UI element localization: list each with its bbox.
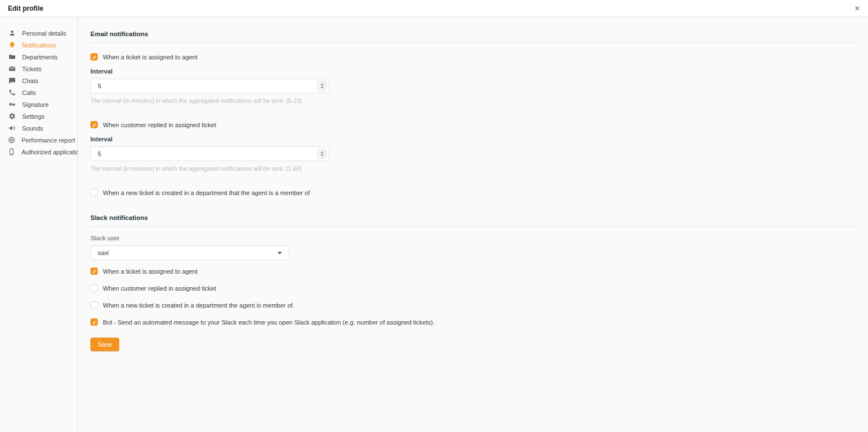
checkbox-row-slack-bot[interactable]: Bot - Send an automated message to your … xyxy=(90,316,859,328)
checkbox-row-slack-ticket-assigned[interactable]: When a ticket is assigned to agent xyxy=(90,265,859,277)
interval-label: Interval xyxy=(90,136,859,142)
checkbox-label: When customer replied in assigned ticket xyxy=(103,122,216,128)
interval-input[interactable] xyxy=(90,146,329,161)
sidebar-item-label: Notifications xyxy=(22,42,56,49)
sidebar-item-personal-details[interactable]: Personal details xyxy=(0,27,77,39)
checkbox-label: Bot - Send an automated message to your … xyxy=(103,319,435,326)
checkbox[interactable] xyxy=(90,121,98,128)
folder-icon xyxy=(8,53,16,61)
checkbox-row-new-ticket-department[interactable]: When a new ticket is created in a depart… xyxy=(90,189,859,196)
sidebar-item-tickets[interactable]: Tickets xyxy=(0,63,77,75)
slack-user-select[interactable]: saxi xyxy=(90,245,289,260)
sidebar-item-departments[interactable]: Departments xyxy=(0,51,77,63)
sidebar-item-label: Personal details xyxy=(22,30,66,37)
interval-input[interactable] xyxy=(90,79,329,93)
number-stepper[interactable] xyxy=(317,149,327,159)
interval-input-wrap xyxy=(90,146,329,161)
email-notifications-heading: Email notifications xyxy=(90,31,859,37)
sidebar-item-label: Sounds xyxy=(22,125,43,132)
checkbox-row-slack-new-ticket[interactable]: When a new ticket is created in a depart… xyxy=(90,299,859,311)
checkbox[interactable] xyxy=(90,189,98,196)
close-icon[interactable]: ✕ xyxy=(854,5,860,12)
interval-help-text: The interval (in minutes) in which the a… xyxy=(90,165,859,172)
stepper-up-icon[interactable] xyxy=(320,83,324,85)
checkbox-row-slack-customer-replied[interactable]: When customer replied in assigned ticket xyxy=(90,282,859,294)
section-divider xyxy=(90,42,859,43)
sidebar-item-performance-report[interactable]: Performance report xyxy=(0,134,77,146)
checkbox[interactable] xyxy=(90,53,98,61)
checkbox[interactable] xyxy=(90,284,98,292)
checkbox-label: When customer replied in assigned ticket xyxy=(103,285,216,292)
window-header: Edit profile ✕ xyxy=(0,0,868,17)
interval-label: Interval xyxy=(90,68,859,75)
chat-icon xyxy=(8,77,16,85)
sidebar-item-label: Calls xyxy=(22,89,36,96)
sidebar-item-settings[interactable]: Settings xyxy=(0,110,77,122)
interval-input-wrap xyxy=(90,79,329,93)
settings-panel: Email notifications When a ticket is ass… xyxy=(78,17,868,431)
interval-field-replied: Interval The interval (in minutes) in wh… xyxy=(90,136,859,172)
sidebar-item-notifications[interactable]: Notifications xyxy=(0,39,77,51)
checkbox-row-customer-replied[interactable]: When customer replied in assigned ticket xyxy=(90,121,859,128)
sidebar-item-label: Settings xyxy=(22,113,45,120)
number-stepper[interactable] xyxy=(317,81,327,91)
envelope-icon xyxy=(8,65,16,73)
checkbox[interactable] xyxy=(90,301,98,309)
page-title: Edit profile xyxy=(8,5,44,12)
sidebar-item-calls[interactable]: Calls xyxy=(0,87,77,98)
device-icon xyxy=(8,148,15,156)
stepper-up-icon[interactable] xyxy=(320,151,324,153)
checkbox[interactable] xyxy=(90,318,98,326)
sidebar-item-label: Departments xyxy=(22,54,58,61)
person-icon xyxy=(8,29,16,37)
section-divider xyxy=(90,226,859,227)
sidebar-item-label: Authorized applications xyxy=(21,149,86,155)
checkbox[interactable] xyxy=(90,267,98,275)
stepper-down-icon[interactable] xyxy=(320,87,324,89)
sidebar-item-label: Signature xyxy=(22,101,49,108)
signature-icon xyxy=(8,101,16,109)
save-button[interactable]: Save xyxy=(90,338,119,351)
sidebar: Personal details Notifications Departmen… xyxy=(0,17,78,431)
main-layout: Personal details Notifications Departmen… xyxy=(0,17,868,431)
sidebar-item-label: Performance report xyxy=(21,137,75,144)
stepper-down-icon[interactable] xyxy=(320,154,324,157)
interval-help-text: The interval (in minutes) in which the a… xyxy=(90,97,859,104)
checkbox-label: When a new ticket is created in a depart… xyxy=(103,189,310,196)
chevron-down-icon xyxy=(277,252,282,254)
sidebar-item-sounds[interactable]: Sounds xyxy=(0,122,77,134)
sidebar-item-authorized-applications[interactable]: Authorized applications xyxy=(0,146,77,158)
bell-icon xyxy=(8,41,16,49)
sidebar-item-label: Chats xyxy=(22,77,38,84)
phone-icon xyxy=(8,89,16,97)
interval-field-assigned: Interval The interval (in minutes) in wh… xyxy=(90,68,859,104)
checkbox-label: When a ticket is assigned to agent xyxy=(103,268,198,275)
checkbox-label: When a ticket is assigned to agent xyxy=(103,54,198,61)
checkbox-row-ticket-assigned[interactable]: When a ticket is assigned to agent xyxy=(90,53,859,61)
speaker-icon xyxy=(8,124,16,132)
report-icon xyxy=(8,136,15,144)
sidebar-item-label: Tickets xyxy=(22,66,41,72)
sidebar-item-signature[interactable]: Signature xyxy=(0,98,77,110)
checkbox-label: When a new ticket is created in a depart… xyxy=(103,302,294,309)
slack-notifications-heading: Slack notifications xyxy=(90,214,859,221)
slack-user-value: saxi xyxy=(98,249,109,256)
slack-user-label: Slack user xyxy=(90,235,859,241)
gear-icon xyxy=(8,113,16,120)
sidebar-item-chats[interactable]: Chats xyxy=(0,75,77,87)
